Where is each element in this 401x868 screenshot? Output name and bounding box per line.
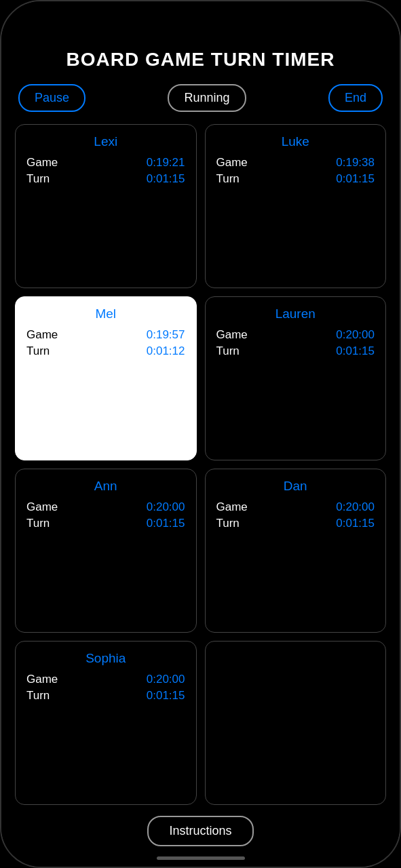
player-card-ann[interactable]: Ann Game 0:20:00 Turn 0:01:15 xyxy=(15,469,197,633)
instructions-button[interactable]: Instructions xyxy=(147,816,253,846)
game-timer-row: Game 0:20:00 xyxy=(216,328,375,342)
turn-timer-row: Turn 0:01:15 xyxy=(26,172,185,186)
turn-timer-row: Turn 0:01:15 xyxy=(216,517,375,530)
game-timer-row: Game 0:20:00 xyxy=(26,500,185,514)
game-label: Game xyxy=(216,500,248,514)
player-name: Lexi xyxy=(26,134,185,149)
player-name: Mel xyxy=(26,307,185,321)
notch xyxy=(147,1,255,22)
turn-time: 0:01:12 xyxy=(147,344,185,358)
player-name: Sophia xyxy=(26,651,185,666)
game-time: 0:19:21 xyxy=(147,156,185,170)
player-name: Dan xyxy=(216,479,375,494)
player-card-lexi[interactable]: Lexi Game 0:19:21 Turn 0:01:15 xyxy=(15,124,197,288)
turn-label: Turn xyxy=(26,344,50,358)
turn-time: 0:01:15 xyxy=(147,689,185,703)
turn-time: 0:01:15 xyxy=(336,344,375,358)
turn-timer-row: Turn 0:01:15 xyxy=(216,172,375,186)
controls-row: Pause Running End xyxy=(15,84,386,112)
phone-frame: BOARD GAME TURN TIMER Pause Running End … xyxy=(0,0,401,868)
game-label: Game xyxy=(26,328,58,342)
turn-label: Turn xyxy=(26,689,50,703)
game-label: Game xyxy=(26,156,58,170)
turn-timer-row: Turn 0:01:15 xyxy=(26,517,185,530)
home-indicator xyxy=(157,856,245,860)
game-timer-row: Game 0:19:38 xyxy=(216,156,375,170)
end-button[interactable]: End xyxy=(328,84,383,112)
game-label: Game xyxy=(26,673,58,686)
players-grid: Lexi Game 0:19:21 Turn 0:01:15 Luke Game… xyxy=(15,124,386,805)
screen: BOARD GAME TURN TIMER Pause Running End … xyxy=(1,1,400,867)
game-time: 0:19:38 xyxy=(336,156,375,170)
turn-timer-row: Turn 0:01:12 xyxy=(26,344,185,358)
game-timer-row: Game 0:19:57 xyxy=(26,328,185,342)
game-time: 0:20:00 xyxy=(336,500,375,514)
pause-button[interactable]: Pause xyxy=(18,84,85,112)
status-badge: Running xyxy=(168,84,246,112)
turn-timer-row: Turn 0:01:15 xyxy=(216,344,375,358)
player-card-luke[interactable]: Luke Game 0:19:38 Turn 0:01:15 xyxy=(205,124,387,288)
turn-time: 0:01:15 xyxy=(147,172,185,186)
game-label: Game xyxy=(216,156,248,170)
turn-time: 0:01:15 xyxy=(147,517,185,530)
turn-timer-row: Turn 0:01:15 xyxy=(26,689,185,703)
player-name: Ann xyxy=(26,479,185,494)
turn-label: Turn xyxy=(26,517,50,530)
game-label: Game xyxy=(216,328,248,342)
game-timer-row: Game 0:19:21 xyxy=(26,156,185,170)
turn-label: Turn xyxy=(216,517,240,530)
turn-time: 0:01:15 xyxy=(336,172,375,186)
player-card-mel[interactable]: Mel Game 0:19:57 Turn 0:01:12 xyxy=(15,296,197,460)
turn-label: Turn xyxy=(26,172,50,186)
empty-player-slot[interactable] xyxy=(205,641,387,805)
game-time: 0:20:00 xyxy=(336,328,375,342)
turn-label: Turn xyxy=(216,344,240,358)
player-name: Luke xyxy=(216,134,375,149)
game-timer-row: Game 0:20:00 xyxy=(216,500,375,514)
player-name: Lauren xyxy=(216,307,375,321)
turn-label: Turn xyxy=(216,172,240,186)
player-card-lauren[interactable]: Lauren Game 0:20:00 Turn 0:01:15 xyxy=(205,296,387,460)
game-timer-row: Game 0:20:00 xyxy=(26,673,185,686)
app-title: BOARD GAME TURN TIMER xyxy=(66,49,335,71)
player-card-dan[interactable]: Dan Game 0:20:00 Turn 0:01:15 xyxy=(205,469,387,633)
game-time: 0:19:57 xyxy=(147,328,185,342)
game-label: Game xyxy=(26,500,58,514)
game-time: 0:20:00 xyxy=(147,500,185,514)
game-time: 0:20:00 xyxy=(147,673,185,686)
player-card-sophia[interactable]: Sophia Game 0:20:00 Turn 0:01:15 xyxy=(15,641,197,805)
turn-time: 0:01:15 xyxy=(336,517,375,530)
